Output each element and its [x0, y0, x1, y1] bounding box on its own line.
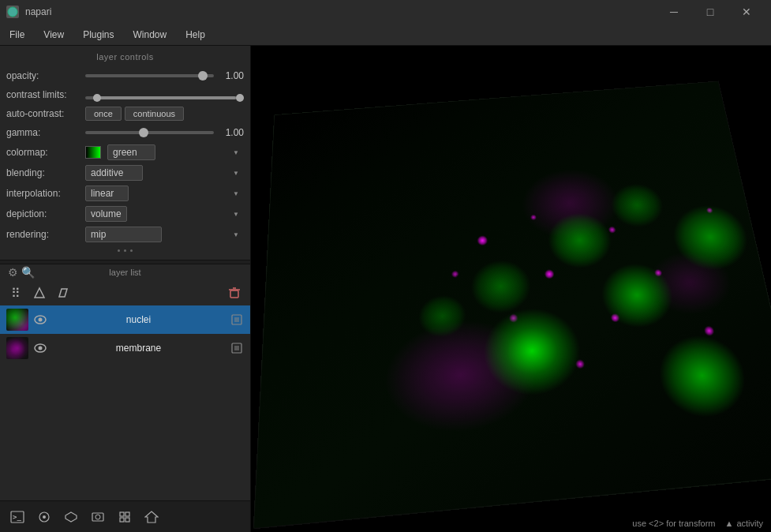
- close-button[interactable]: ✕: [728, 0, 765, 24]
- console-button[interactable]: >_: [6, 506, 28, 528]
- blending-control: additive translucent opaque: [85, 165, 244, 181]
- depiction-label: depiction:: [6, 208, 85, 219]
- home-button[interactable]: [140, 506, 163, 528]
- shapes-tool-button[interactable]: [30, 283, 49, 302]
- opacity-value: 1.00: [219, 70, 244, 81]
- layer-controls: layer controls opacity: 1.00 contrast li…: [0, 46, 250, 260]
- microscopy-image: [253, 81, 771, 529]
- svg-point-19: [95, 515, 100, 519]
- layer-type-icon-membrane: [230, 341, 244, 355]
- auto-contrast-label: auto-contrast:: [6, 108, 85, 119]
- rendering-select[interactable]: mip attenuated_mip average additive iso: [85, 227, 162, 242]
- layer-name-nuclei: nuclei: [52, 314, 225, 325]
- layer-list-toolbar: ⠿: [0, 280, 250, 305]
- transform-hint: use <2> for transform: [632, 519, 715, 528]
- colormap-row: colormap: green magenta gray: [0, 142, 250, 163]
- minimize-button[interactable]: ─: [656, 0, 692, 24]
- contrast-high-handle[interactable]: [236, 94, 244, 102]
- rendering-control: mip attenuated_mip average additive iso: [85, 227, 244, 242]
- gamma-label: gamma:: [6, 127, 85, 138]
- menu-view[interactable]: View: [34, 24, 73, 46]
- layer-list-settings-icon[interactable]: ⚙: [8, 266, 18, 279]
- screenshot-button[interactable]: [87, 506, 109, 528]
- interpolation-row: interpolation: linear nearest cubic: [0, 183, 250, 204]
- viewport[interactable]: use <2> for transform ▲ activity: [251, 46, 771, 532]
- auto-contrast-row: auto-contrast: once continuous: [0, 104, 250, 123]
- labels-tool-button[interactable]: [54, 283, 73, 302]
- colormap-select[interactable]: green magenta gray: [107, 144, 155, 160]
- layer-type-icon-nuclei: [230, 313, 244, 327]
- gamma-control: 1.00: [85, 127, 244, 138]
- layer-thumbnail-membrane: [6, 337, 28, 359]
- blending-row: blending: additive translucent opaque: [0, 163, 250, 183]
- blending-label: blending:: [6, 167, 85, 178]
- rendering-label: rendering:: [6, 229, 85, 240]
- window-controls: ─ □ ✕: [656, 0, 765, 24]
- gamma-value: 1.00: [219, 127, 244, 138]
- main-layout: layer controls opacity: 1.00 contrast li…: [0, 46, 771, 532]
- layer-item-nuclei[interactable]: nuclei: [0, 305, 250, 334]
- layer-list-header: ⚙ 🔍 layer list: [0, 264, 250, 280]
- app-title: napari: [25, 6, 649, 17]
- activity-label: activity: [736, 519, 763, 528]
- activity-item[interactable]: ▲ activity: [724, 519, 763, 528]
- title-bar: napari ─ □ ✕: [0, 0, 771, 24]
- maximize-button[interactable]: □: [692, 0, 728, 24]
- layer-visibility-membrane[interactable]: [33, 341, 47, 355]
- opacity-slider[interactable]: [85, 74, 214, 77]
- svg-rect-20: [120, 512, 124, 516]
- layer-controls-header: layer controls: [0, 49, 250, 66]
- grid-button[interactable]: [114, 506, 136, 528]
- layer-thumbnail-nuclei: [6, 309, 28, 331]
- contrast-limits-row: contrast limits:: [0, 85, 250, 104]
- depiction-control: volume plane: [85, 206, 244, 222]
- gamma-slider[interactable]: [85, 131, 214, 134]
- menu-bar: File View Plugins Window Help: [0, 24, 771, 46]
- ipython-button[interactable]: [33, 506, 55, 528]
- svg-point-6: [39, 318, 43, 322]
- move-tool-button[interactable]: ⠿: [6, 283, 25, 302]
- menu-window[interactable]: Window: [124, 24, 177, 46]
- continuous-button[interactable]: continuous: [125, 107, 184, 121]
- svg-marker-17: [65, 512, 77, 522]
- layer-name-membrane: membrane: [52, 343, 225, 354]
- layer-list-title: layer list: [109, 268, 140, 277]
- svg-marker-24: [145, 511, 158, 523]
- menu-plugins[interactable]: Plugins: [73, 24, 123, 46]
- status-bar: use <2> for transform ▲ activity: [502, 515, 771, 532]
- delete-layer-button[interactable]: [225, 283, 244, 302]
- svg-point-10: [39, 347, 43, 350]
- depiction-select[interactable]: volume plane: [85, 206, 127, 222]
- opacity-label: opacity:: [6, 70, 85, 81]
- contrast-low-handle[interactable]: [93, 94, 101, 102]
- 3d-button[interactable]: [60, 506, 82, 528]
- controls-dots[interactable]: [0, 245, 250, 257]
- gamma-row: gamma: 1.00: [0, 123, 250, 142]
- svg-marker-1: [35, 288, 44, 298]
- menu-help[interactable]: Help: [176, 24, 215, 46]
- depiction-row: depiction: volume plane: [0, 204, 250, 224]
- layer-item-membrane[interactable]: membrane: [0, 334, 250, 362]
- left-panel: layer controls opacity: 1.00 contrast li…: [0, 46, 251, 532]
- colormap-label: colormap:: [6, 147, 85, 158]
- opacity-control: 1.00: [85, 70, 244, 81]
- colormap-preview: [85, 146, 101, 159]
- interpolation-select[interactable]: linear nearest cubic: [85, 185, 129, 201]
- rendering-row: rendering: mip attenuated_mip average ad…: [0, 224, 250, 245]
- app-icon: [6, 6, 19, 18]
- svg-rect-8: [234, 317, 239, 322]
- layer-visibility-nuclei[interactable]: [33, 313, 47, 327]
- svg-rect-21: [125, 512, 129, 516]
- svg-text:>_: >_: [13, 513, 21, 521]
- layer-list-search-icon[interactable]: 🔍: [21, 266, 35, 279]
- once-button[interactable]: once: [85, 107, 122, 121]
- svg-point-0: [8, 7, 17, 17]
- svg-rect-23: [125, 518, 129, 522]
- blending-select[interactable]: additive translucent opaque: [85, 165, 143, 181]
- svg-rect-12: [234, 346, 239, 350]
- activity-icon: ▲: [724, 519, 733, 528]
- layer-list: ⚙ 🔍 layer list ⠿: [0, 264, 250, 500]
- svg-rect-2: [230, 290, 238, 298]
- colormap-control: green magenta gray: [85, 144, 244, 160]
- menu-file[interactable]: File: [0, 24, 34, 46]
